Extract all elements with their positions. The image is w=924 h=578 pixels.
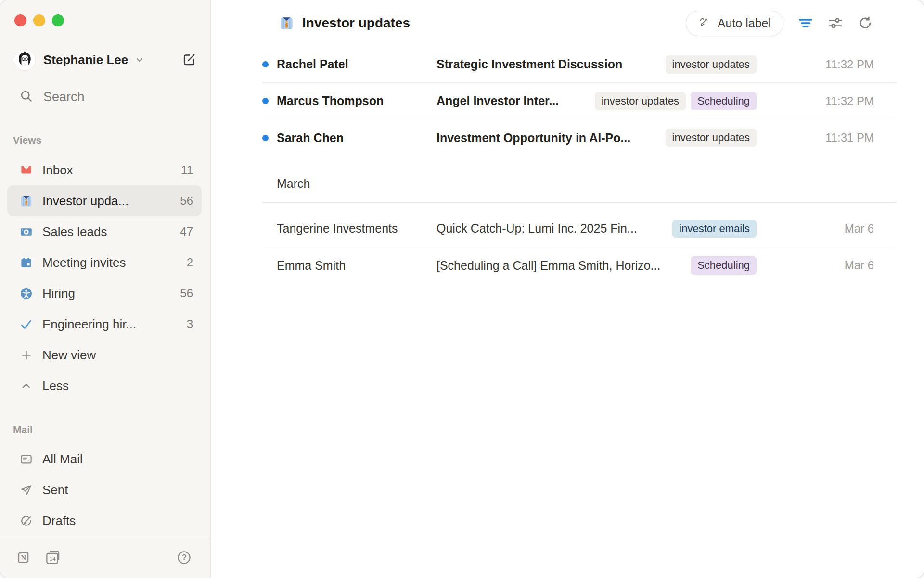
sidebar-item-label: New view (42, 348, 193, 363)
mail-section-label: Mail (13, 424, 210, 435)
page-title: Investor updates (302, 15, 410, 31)
sidebar-item-inbox[interactable]: Inbox 11 (7, 155, 202, 185)
help-icon[interactable]: ? (177, 550, 192, 565)
sidebar-item-all-mail[interactable]: All Mail (7, 444, 202, 474)
march-rows: Tangerine Investments Quick Catch-Up: Lu… (262, 210, 896, 284)
envelope-icon (19, 452, 33, 466)
paper-plane-icon (19, 483, 33, 497)
unread-dot (262, 98, 269, 104)
sidebar-item-count: 56 (180, 287, 193, 300)
email-sender: Emma Smith (277, 259, 436, 273)
sidebar-item-drafts[interactable]: Drafts (7, 505, 202, 536)
plus-icon (19, 348, 33, 362)
sidebar-item-engineering-hiring[interactable]: Engineering hir... 3 (7, 309, 202, 340)
sidebar-item-label: Sales leads (42, 224, 180, 239)
email-row[interactable]: Rachel Patel Strategic Investment Discus… (262, 46, 896, 83)
email-tag[interactable]: investor updates (666, 129, 757, 147)
views-section-label: Views (13, 134, 210, 146)
month-divider (262, 202, 896, 203)
email-sender: Sarah Chen (277, 131, 436, 145)
user-name: Stephanie Lee (43, 53, 128, 67)
sidebar-item-count: 11 (181, 163, 193, 177)
month-section-header: March (277, 177, 896, 190)
svg-text:N: N (21, 554, 26, 562)
email-time: 11:32 PM (757, 58, 896, 71)
today-rows: Rachel Patel Strategic Investment Discus… (262, 46, 896, 156)
email-subject: Quick Catch-Up: Lumi Inc. 2025 Fin... (436, 222, 672, 236)
sidebar-item-investor-updates[interactable]: Investor upda... 56 (7, 185, 202, 216)
sidebar-item-label: All Mail (42, 452, 193, 467)
sidebar-item-count: 56 (180, 194, 193, 208)
svg-text:14: 14 (50, 555, 56, 562)
app-window: Stephanie Lee Search Views (0, 0, 924, 578)
sidebar-item-label: Drafts (42, 513, 193, 528)
window-controls (0, 0, 210, 26)
sidebar-item-label: Sent (42, 483, 193, 498)
email-subject: [Scheduling a Call] Emma Smith, Horizo..… (436, 259, 691, 273)
sidebar-item-hiring[interactable]: Hiring 56 (7, 278, 202, 309)
sidebar-item-label: Less (42, 379, 193, 394)
search-placeholder: Search (43, 90, 85, 105)
compose-button[interactable] (180, 51, 198, 68)
view-header: Investor updates Auto label (211, 0, 924, 46)
email-row[interactable]: Emma Smith [Scheduling a Call] Emma Smit… (262, 247, 896, 284)
notion-calendar-icon[interactable]: 14 (44, 549, 61, 566)
notion-logo-icon[interactable]: N (16, 550, 31, 565)
email-tag[interactable]: Scheduling (691, 256, 757, 275)
email-tag[interactable]: Scheduling (691, 92, 757, 110)
close-button[interactable] (14, 14, 26, 26)
sidebar-item-label: Investor upda... (42, 194, 180, 209)
sidebar-item-meeting-invites[interactable]: Meeting invites 2 (7, 247, 202, 278)
sidebar-item-label: Meeting invites (42, 255, 187, 270)
email-sender: Tangerine Investments (277, 222, 436, 236)
sidebar-item-sales-leads[interactable]: Sales leads 47 (7, 216, 202, 247)
auto-label-button[interactable]: Auto label (686, 11, 783, 36)
pencil-circle-icon (19, 514, 33, 527)
email-sender: Rachel Patel (277, 57, 436, 71)
chevron-up-icon (19, 379, 33, 393)
email-time: 11:31 PM (757, 131, 896, 144)
accessibility-icon (19, 287, 33, 300)
main-panel: Investor updates Auto label (211, 0, 924, 578)
header-actions: Auto label (686, 11, 875, 36)
minimize-button[interactable] (33, 14, 45, 26)
sidebar: Stephanie Lee Search Views (0, 0, 211, 578)
email-subject: Strategic Investment Discussion (436, 57, 666, 71)
search-input[interactable]: Search (0, 85, 210, 109)
views-list: Inbox 11 Investor upda... 56 (0, 155, 210, 401)
sidebar-item-label: Engineering hir... (42, 317, 187, 332)
sidebar-item-count: 2 (187, 256, 193, 269)
email-list: Rachel Patel Strategic Investment Discus… (262, 46, 896, 284)
search-icon (19, 89, 33, 105)
display-settings-button[interactable] (826, 13, 845, 33)
email-time: Mar 6 (757, 222, 896, 236)
email-subject: Angel Investor Inter... (436, 94, 595, 108)
email-time: 11:32 PM (757, 94, 896, 108)
sidebar-item-label: Hiring (42, 286, 180, 301)
email-tag[interactable]: investor emails (672, 220, 757, 238)
email-sender: Marcus Thompson (277, 94, 436, 108)
sidebar-item-count: 3 (187, 317, 193, 331)
checkmark-icon (19, 317, 33, 331)
necktie-emoji-icon (279, 16, 294, 31)
filter-button[interactable] (796, 13, 815, 33)
zoom-button[interactable] (52, 14, 64, 26)
email-subject: Investment Opportunity in AI-Po... (436, 131, 666, 145)
new-view-button[interactable]: New view (7, 340, 202, 370)
email-tag[interactable]: investor updates (595, 92, 686, 110)
email-tag[interactable]: investor updates (666, 55, 757, 74)
unread-dot (262, 135, 269, 141)
inbox-tray-icon (19, 163, 33, 177)
sidebar-item-sent[interactable]: Sent (7, 474, 202, 505)
collapse-views-button[interactable]: Less (7, 370, 202, 401)
email-row[interactable]: Marcus Thompson Angel Investor Inter... … (262, 83, 896, 119)
avatar (14, 50, 35, 70)
sidebar-item-count: 47 (180, 225, 193, 238)
unread-dot (262, 61, 269, 67)
account-switcher[interactable]: Stephanie Lee (0, 48, 210, 72)
email-row[interactable]: Tangerine Investments Quick Catch-Up: Lu… (262, 210, 896, 247)
email-row[interactable]: Sarah Chen Investment Opportunity in AI-… (262, 119, 896, 156)
refresh-button[interactable] (856, 13, 875, 33)
view-title: Investor updates (279, 15, 410, 31)
sidebar-item-label: Inbox (42, 163, 181, 178)
